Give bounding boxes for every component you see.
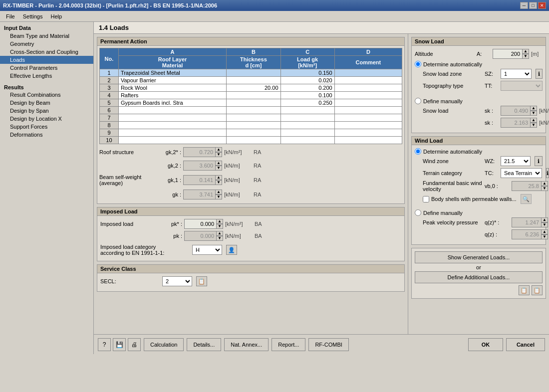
row-d[interactable] <box>334 129 402 137</box>
altitude-spinner[interactable]: ▲▼ <box>522 49 529 59</box>
sidebar-item-cross-section[interactable]: Cross-Section and Coupling <box>0 48 93 56</box>
table-row[interactable]: 2 Vapour Barrier 0.020 <box>100 77 402 84</box>
pk-star-spinner[interactable]: ▲▼ <box>216 219 223 229</box>
row-b[interactable] <box>227 92 280 99</box>
row-a[interactable] <box>118 129 226 137</box>
sidebar-item-geometry[interactable]: Geometry <box>0 40 93 48</box>
category-info-btn[interactable]: 👤 <box>226 245 237 255</box>
row-a[interactable] <box>118 114 226 122</box>
details-btn[interactable]: Details... <box>187 338 221 351</box>
help-icon[interactable]: ? <box>98 338 111 351</box>
gk2b-spinner[interactable]: ▲▼ <box>215 161 222 171</box>
gen-loads-icon2[interactable]: 📋 <box>532 285 543 295</box>
sidebar-item-loads[interactable]: Loads <box>0 56 93 64</box>
basic-wind-spinner[interactable]: ▲▼ <box>541 181 548 191</box>
sidebar-item-control-params[interactable]: Control Parameters <box>0 64 93 72</box>
menu-help[interactable]: Help <box>46 12 66 20</box>
qz2-spinner[interactable]: ▲▼ <box>541 229 548 239</box>
sidebar-item-result-combinations[interactable]: Result Combinations <box>0 91 93 99</box>
row-b[interactable] <box>227 114 280 122</box>
row-a[interactable] <box>118 107 226 114</box>
row-a[interactable]: Trapezoidal Sheet Metal <box>118 69 226 77</box>
close-button[interactable]: ✕ <box>538 2 546 9</box>
terrain-info-btn[interactable]: ℹ <box>546 168 549 178</box>
sk-spinner[interactable]: ▲▼ <box>530 106 537 116</box>
sidebar-item-deformations[interactable]: Deformations <box>0 131 93 139</box>
category-select[interactable]: H A B <box>192 245 222 255</box>
row-b[interactable] <box>227 122 280 129</box>
row-c[interactable]: 0.020 <box>280 77 334 84</box>
row-d[interactable] <box>334 69 402 77</box>
sidebar-item-design-location[interactable]: Design by Location X <box>0 115 93 123</box>
sidebar-item-support-forces[interactable]: Support Forces <box>0 123 93 131</box>
row-c[interactable]: 0.200 <box>280 84 334 92</box>
row-d[interactable] <box>334 137 402 144</box>
row-a[interactable] <box>118 137 226 144</box>
row-c[interactable]: 0.100 <box>280 92 334 99</box>
define-additional-loads-btn[interactable]: Define Additional Loads... <box>415 271 543 283</box>
row-d[interactable] <box>334 114 402 122</box>
table-row[interactable]: 10 <box>100 137 402 144</box>
snow-zone-select[interactable]: 1 2 3 <box>501 69 532 79</box>
cancel-btn[interactable]: Cancel <box>506 338 545 351</box>
sk2-spinner[interactable]: ▲▼ <box>530 118 537 128</box>
row-a[interactable]: Vapour Barrier <box>118 77 226 84</box>
snow-manual-radio[interactable] <box>415 98 421 104</box>
row-b[interactable] <box>227 99 280 107</box>
row-c[interactable] <box>280 122 334 129</box>
wind-zone-info-btn[interactable]: ℹ <box>535 156 543 166</box>
gk-spinner[interactable]: ▲▼ <box>215 190 222 199</box>
sidebar-item-effective-lengths[interactable]: Effective Lengths <box>0 72 93 80</box>
wind-auto-radio[interactable] <box>415 148 421 155</box>
row-d[interactable] <box>334 99 402 107</box>
qz-spinner[interactable]: ▲▼ <box>541 217 548 227</box>
ok-btn[interactable]: OK <box>468 338 503 351</box>
table-row[interactable]: 1 Trapezoidal Sheet Metal 0.150 <box>100 69 402 77</box>
row-b[interactable] <box>227 137 280 144</box>
topo-select[interactable] <box>501 81 543 91</box>
row-b[interactable] <box>227 69 280 77</box>
menu-file[interactable]: File <box>2 12 19 20</box>
sidebar-item-design-beam[interactable]: Design by Beam <box>0 99 93 107</box>
secl-select[interactable]: 2 1 3 <box>162 276 192 286</box>
row-d[interactable] <box>334 77 402 84</box>
row-c[interactable] <box>280 129 334 137</box>
terrain-select[interactable]: Sea Terrain I II III IV <box>501 168 542 178</box>
calculation-btn[interactable]: Calculation <box>144 338 184 351</box>
table-row[interactable]: 9 <box>100 129 402 137</box>
body-shells-checkbox[interactable] <box>423 196 429 202</box>
row-b[interactable]: 20.00 <box>227 84 280 92</box>
row-d[interactable] <box>334 107 402 114</box>
row-c[interactable]: 0.250 <box>280 99 334 107</box>
snow-auto-radio[interactable] <box>415 61 421 67</box>
snow-zone-info-btn[interactable]: ℹ <box>536 69 543 79</box>
row-d[interactable] <box>334 84 402 92</box>
sidebar-item-beam-type[interactable]: Beam Type and Material <box>0 32 93 40</box>
row-a[interactable]: Rock Wool <box>118 84 226 92</box>
table-row[interactable]: 8 <box>100 122 402 129</box>
pk-star-input[interactable] <box>184 219 217 229</box>
table-row[interactable]: 3 Rock Wool 20.00 0.200 <box>100 84 402 92</box>
rf-combi-btn[interactable]: RF-COMBI <box>308 338 348 351</box>
row-c[interactable]: 0.150 <box>280 69 334 77</box>
table-row[interactable]: 5 Gypsum Boards incl. Stra 0.250 <box>100 99 402 107</box>
table-row[interactable]: 4 Rafters 0.100 <box>100 92 402 99</box>
row-b[interactable] <box>227 107 280 114</box>
pk-spinner[interactable]: ▲▼ <box>216 231 223 241</box>
print-icon[interactable]: 🖨 <box>128 338 141 351</box>
row-c[interactable] <box>280 137 334 144</box>
row-c[interactable] <box>280 114 334 122</box>
table-row[interactable]: 6 <box>100 107 402 114</box>
nat-annex-btn[interactable]: Nat. Annex... <box>224 338 269 351</box>
secl-info-btn[interactable]: 📋 <box>196 276 207 286</box>
row-d[interactable] <box>334 122 402 129</box>
gen-loads-icon1[interactable]: 📋 <box>519 285 530 295</box>
row-c[interactable] <box>280 107 334 114</box>
wind-zone-select[interactable]: 21.5 22 <box>501 156 531 166</box>
row-a[interactable] <box>118 122 226 129</box>
menu-settings[interactable]: Settings <box>19 12 47 20</box>
wind-manual-radio[interactable] <box>415 209 421 216</box>
altitude-input[interactable] <box>493 49 523 59</box>
gk2-spinner[interactable]: ▲▼ <box>215 147 222 157</box>
maximize-button[interactable]: □ <box>529 2 537 9</box>
